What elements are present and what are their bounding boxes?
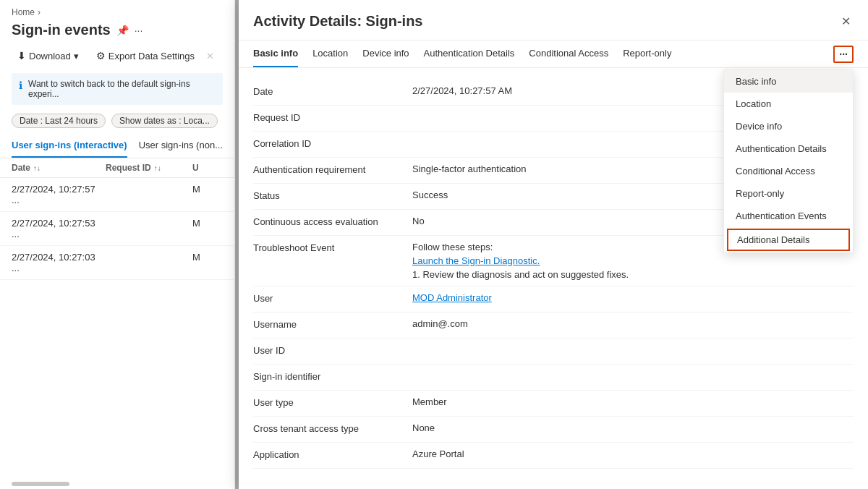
detail-value-user[interactable]: MOD Administrator bbox=[412, 292, 854, 303]
detail-row-application: Application Azure Portal bbox=[253, 443, 854, 469]
detail-label-date: Date bbox=[253, 85, 412, 97]
table-row[interactable]: 2/27/2024, 10:27:57 ... M bbox=[0, 178, 234, 212]
modal-close-button[interactable]: ✕ bbox=[838, 12, 854, 31]
troubleshoot-link[interactable]: Launch the Sign-in Diagnostic. bbox=[412, 255, 854, 266]
table-header: Date ↑↓ Request ID ↑↓ U bbox=[0, 158, 234, 178]
page-title-row: Sign-in events 📌 ··· bbox=[0, 20, 234, 44]
detail-value-username: admin@.com bbox=[412, 318, 854, 329]
detail-value-cross-tenant: None bbox=[412, 422, 854, 433]
more-options-icon[interactable]: ··· bbox=[135, 25, 143, 36]
modal-tab-conditional-access[interactable]: Conditional Access bbox=[529, 41, 608, 67]
dropdown-item-additional-details[interactable]: Additional Details bbox=[727, 229, 850, 251]
dropdown-item-location[interactable]: Location bbox=[724, 93, 853, 115]
left-panel: Home › Sign-in events 📌 ··· ⬇ Download ▾… bbox=[0, 0, 235, 489]
toolbar: ⬇ Download ▾ ⚙ Export Data Settings ✕ bbox=[0, 44, 234, 70]
detail-label-user-type: User type bbox=[253, 396, 412, 408]
modal-tab-location[interactable]: Location bbox=[312, 41, 348, 67]
breadcrumb-home[interactable]: Home bbox=[12, 7, 35, 17]
download-chevron: ▾ bbox=[74, 51, 79, 61]
modal-header: Activity Details: Sign-ins ✕ bbox=[239, 0, 868, 41]
col-header-reqid: Request ID ↑↓ bbox=[106, 163, 192, 173]
detail-label-cross-tenant: Cross tenant access type bbox=[253, 422, 412, 434]
detail-value-application: Azure Portal bbox=[412, 448, 854, 459]
table-row[interactable]: 2/27/2024, 10:27:53 ... M bbox=[0, 212, 234, 246]
horizontal-scrollbar[interactable] bbox=[0, 479, 234, 489]
pin-icon[interactable]: 📌 bbox=[116, 25, 129, 36]
download-icon: ⬇ bbox=[17, 50, 26, 61]
modal-tab-auth-details[interactable]: Authentication Details bbox=[424, 41, 515, 67]
row-user-1: M bbox=[192, 218, 223, 239]
scroll-thumb[interactable] bbox=[12, 482, 69, 486]
info-banner: ℹ Want to switch back to the default sig… bbox=[12, 73, 223, 105]
row-reqid-2 bbox=[106, 252, 192, 273]
detail-label-signin-id: Sign-in identifier bbox=[253, 370, 412, 382]
info-icon: ℹ bbox=[19, 80, 22, 91]
table-row[interactable]: 2/27/2024, 10:27:03 ... M bbox=[0, 246, 234, 280]
download-label: Download bbox=[29, 51, 71, 61]
export-label: Export Data Settings bbox=[109, 51, 195, 61]
dropdown-item-auth-details[interactable]: Authentication Details bbox=[724, 137, 853, 160]
tabs-dropdown-menu: Basic info Location Device info Authenti… bbox=[723, 69, 854, 253]
export-icon: ⚙ bbox=[96, 50, 106, 61]
detail-label-corrid: Correlation ID bbox=[253, 137, 412, 149]
modal-tabs: Basic info Location Device info Authenti… bbox=[239, 41, 868, 68]
detail-row-cross-tenant: Cross tenant access type None bbox=[253, 417, 854, 443]
modal-tab-report-only[interactable]: Report-only bbox=[623, 41, 671, 67]
left-tabs-row: User sign-ins (interactive) User sign-in… bbox=[0, 134, 234, 158]
col-header-user: U bbox=[192, 163, 223, 173]
row-reqid-1 bbox=[106, 218, 192, 239]
filter-row: Date : Last 24 hours Show dates as : Loc… bbox=[0, 111, 234, 134]
dropdown-item-basic-info[interactable]: Basic info bbox=[724, 70, 853, 93]
detail-label-user: User bbox=[253, 292, 412, 304]
modal-title: Activity Details: Sign-ins bbox=[253, 13, 423, 30]
detail-row-user: User MOD Administrator bbox=[253, 286, 854, 312]
sort-date-icon[interactable]: ↑↓ bbox=[33, 164, 41, 172]
detail-label-status: Status bbox=[253, 190, 412, 201]
modal-tab-device-info[interactable]: Device info bbox=[362, 41, 409, 67]
detail-label-reqid: Request ID bbox=[253, 111, 412, 123]
page-title: Sign-in events bbox=[12, 22, 111, 38]
activity-details-modal: Activity Details: Sign-ins ✕ Basic info … bbox=[239, 0, 868, 489]
breadcrumb: Home › bbox=[0, 0, 234, 20]
modal-overlay: Activity Details: Sign-ins ✕ Basic info … bbox=[235, 0, 868, 489]
dropdown-item-conditional-access[interactable]: Conditional Access bbox=[724, 160, 853, 182]
row-date-0: 2/27/2024, 10:27:57 ... bbox=[12, 184, 106, 205]
row-date-2: 2/27/2024, 10:27:03 ... bbox=[12, 252, 106, 273]
detail-label-auth-req: Authentication requirement bbox=[253, 163, 412, 175]
export-button[interactable]: ⚙ Export Data Settings bbox=[90, 47, 200, 64]
troubleshoot-step1: 1. Review the diagnosis and act on sugge… bbox=[412, 269, 854, 280]
dropdown-item-report-only[interactable]: Report-only bbox=[724, 182, 853, 205]
row-user-0: M bbox=[192, 184, 223, 205]
dropdown-item-device-info[interactable]: Device info bbox=[724, 115, 853, 137]
dropdown-item-auth-events[interactable]: Authentication Events bbox=[724, 205, 853, 227]
detail-label-cae: Continuous access evaluation bbox=[253, 216, 412, 227]
detail-label-troubleshoot: Troubleshoot Event bbox=[253, 242, 412, 253]
detail-row-signin-id: Sign-in identifier bbox=[253, 365, 854, 391]
tab-non-interactive[interactable]: User sign-ins (non... bbox=[139, 134, 223, 158]
row-reqid-0 bbox=[106, 184, 192, 205]
date-format-filter-chip[interactable]: Show dates as : Loca... bbox=[111, 114, 218, 128]
info-text: Want to switch back to the default sign-… bbox=[28, 79, 216, 99]
detail-label-username: Username bbox=[253, 318, 412, 330]
toolbar-divider: ✕ bbox=[206, 51, 214, 61]
download-button[interactable]: ⬇ Download ▾ bbox=[12, 47, 85, 64]
detail-label-userid: User ID bbox=[253, 344, 412, 356]
tab-interactive[interactable]: User sign-ins (interactive) bbox=[12, 134, 127, 158]
sort-reqid-icon[interactable]: ↑↓ bbox=[154, 164, 161, 172]
detail-row-userid: User ID bbox=[253, 339, 854, 365]
detail-label-application: Application bbox=[253, 448, 412, 460]
col-header-date: Date ↑↓ bbox=[12, 163, 106, 173]
breadcrumb-separator: › bbox=[38, 7, 41, 17]
row-user-2: M bbox=[192, 252, 223, 273]
table-body: 2/27/2024, 10:27:57 ... M 2/27/2024, 10:… bbox=[0, 178, 234, 479]
detail-value-user-type: Member bbox=[412, 396, 854, 407]
more-tabs-button[interactable]: ··· bbox=[833, 46, 854, 63]
detail-row-username: Username admin@.com bbox=[253, 312, 854, 339]
modal-tab-basic-info[interactable]: Basic info bbox=[253, 41, 298, 67]
detail-row-user-type: User type Member bbox=[253, 391, 854, 417]
date-filter-chip[interactable]: Date : Last 24 hours bbox=[12, 114, 106, 128]
row-date-1: 2/27/2024, 10:27:53 ... bbox=[12, 218, 106, 239]
